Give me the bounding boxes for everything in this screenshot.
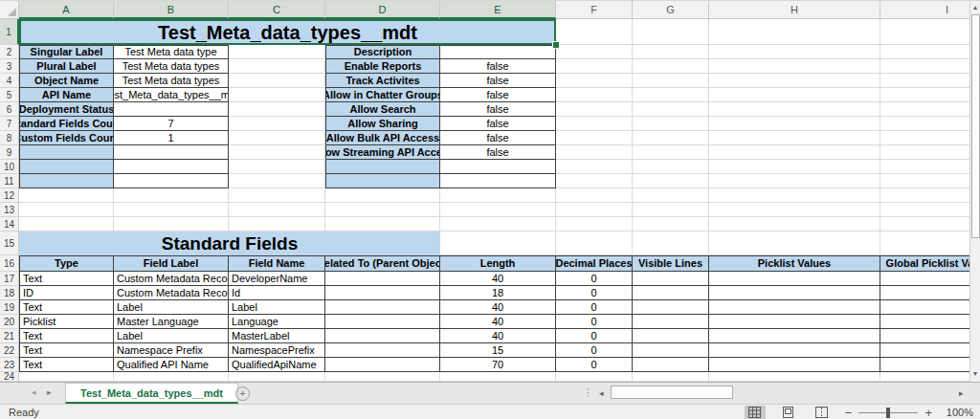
cell[interactable] [556, 45, 633, 59]
field-column-header-cell[interactable]: Field Name [229, 255, 325, 272]
cell[interactable] [556, 188, 633, 203]
info-label-cell[interactable]: Allow in Chatter Groups [325, 88, 440, 102]
cell[interactable] [709, 160, 880, 174]
cell[interactable] [633, 59, 709, 74]
field-cell[interactable] [325, 329, 440, 343]
column-header[interactable]: B [114, 1, 229, 19]
column-header[interactable]: E [440, 1, 556, 19]
field-cell[interactable] [633, 272, 709, 286]
info-value-cell[interactable]: Test Meta data types [114, 59, 229, 74]
tab-nav-left-icon[interactable]: ◂ [32, 387, 36, 397]
field-column-header-cell[interactable]: Global Picklist Value Set [880, 255, 969, 272]
info-value-cell[interactable] [440, 160, 556, 174]
cell[interactable] [325, 217, 440, 232]
tab-nav-right-icon[interactable]: ▸ [47, 387, 52, 397]
field-cell[interactable]: 15 [440, 343, 556, 358]
info-label-cell[interactable] [325, 160, 440, 174]
cell[interactable] [880, 59, 969, 74]
cell[interactable] [19, 372, 114, 382]
cell[interactable] [709, 102, 880, 117]
row-header[interactable]: 19 [0, 300, 19, 315]
zoom-slider-thumb[interactable] [886, 408, 890, 418]
row-header[interactable]: 4 [0, 74, 19, 88]
cell[interactable] [114, 203, 229, 217]
cell[interactable] [229, 88, 325, 102]
row-header[interactable]: 12 [0, 188, 19, 203]
field-column-header-cell[interactable]: Visible Lines [633, 255, 709, 272]
cell[interactable] [556, 74, 633, 88]
cell[interactable] [114, 217, 229, 232]
info-value-cell[interactable]: false [440, 102, 556, 117]
cell[interactable] [19, 203, 114, 217]
cell[interactable] [880, 74, 969, 88]
field-cell[interactable] [880, 315, 969, 329]
row-header[interactable]: 10 [0, 160, 19, 174]
field-cell[interactable]: 40 [440, 272, 556, 286]
field-cell[interactable] [709, 315, 880, 329]
cell[interactable] [880, 45, 969, 59]
field-cell[interactable] [633, 286, 709, 300]
info-value-cell[interactable]: 7 [114, 117, 229, 131]
info-label-cell[interactable]: Enable Reports [325, 59, 440, 74]
cell[interactable] [709, 188, 880, 203]
field-cell[interactable]: NamespacePrefix [229, 343, 325, 358]
zoom-level[interactable]: 100% [945, 407, 973, 418]
cell[interactable] [556, 217, 633, 232]
cell[interactable] [229, 131, 325, 145]
field-cell[interactable]: 40 [440, 315, 556, 329]
field-cell[interactable]: Custom Metadata Record Name [114, 272, 229, 286]
cell[interactable] [709, 117, 880, 131]
row-header[interactable]: 14 [0, 217, 19, 232]
info-value-cell[interactable] [440, 174, 556, 188]
info-value-cell[interactable]: false [440, 145, 556, 160]
info-label-cell[interactable]: Allow Sharing [325, 117, 440, 131]
cell[interactable] [709, 88, 880, 102]
field-cell[interactable] [880, 272, 969, 286]
field-cell[interactable]: Text [19, 300, 114, 315]
select-all-corner[interactable] [0, 1, 19, 19]
cell[interactable] [880, 372, 969, 382]
info-value-cell[interactable] [440, 45, 556, 59]
info-value-cell[interactable]: false [440, 88, 556, 102]
cell[interactable] [556, 117, 633, 131]
row-header[interactable]: 9 [0, 145, 19, 160]
field-column-header-cell[interactable]: Decimal Places [556, 255, 633, 272]
field-cell[interactable]: QualifiedApiName [229, 358, 325, 372]
field-cell[interactable] [709, 343, 880, 358]
cell[interactable] [709, 372, 880, 382]
field-cell[interactable]: 0 [556, 272, 633, 286]
cell[interactable] [880, 102, 969, 117]
page-layout-view-button[interactable] [778, 406, 799, 419]
cell[interactable] [229, 59, 325, 74]
cell[interactable] [114, 188, 229, 203]
cell[interactable] [229, 217, 325, 232]
cell[interactable] [880, 19, 969, 45]
row-header[interactable]: 16 [0, 255, 19, 272]
cell[interactable] [633, 174, 709, 188]
vertical-scrollbar-thumb[interactable] [971, 14, 980, 238]
sheet-tab[interactable]: Test_Meta_data_types__mdt [65, 383, 238, 404]
cell[interactable] [709, 203, 880, 217]
hscroll-left-icon[interactable]: ◂ [599, 388, 604, 398]
cell[interactable] [440, 372, 556, 382]
info-label-cell[interactable]: Standard Fields Count [19, 117, 114, 131]
field-cell[interactable]: 18 [440, 286, 556, 300]
cell[interactable] [633, 160, 709, 174]
info-label-cell[interactable]: Allow Search [325, 102, 440, 117]
cell[interactable] [709, 145, 880, 160]
cell[interactable] [114, 372, 229, 382]
scroll-down-icon[interactable]: ▾ [970, 368, 980, 380]
row-header[interactable]: 6 [0, 102, 19, 117]
row-header[interactable]: 1 [0, 19, 19, 45]
cell[interactable] [880, 88, 969, 102]
cell[interactable] [709, 45, 880, 59]
field-cell[interactable] [633, 343, 709, 358]
info-value-cell[interactable]: false [440, 117, 556, 131]
field-cell[interactable] [325, 300, 440, 315]
cell[interactable] [633, 145, 709, 160]
cell[interactable] [709, 131, 880, 145]
cell[interactable] [440, 203, 556, 217]
cell[interactable] [633, 74, 709, 88]
horizontal-scrollbar-thumb[interactable] [611, 386, 733, 399]
cell[interactable] [556, 174, 633, 188]
